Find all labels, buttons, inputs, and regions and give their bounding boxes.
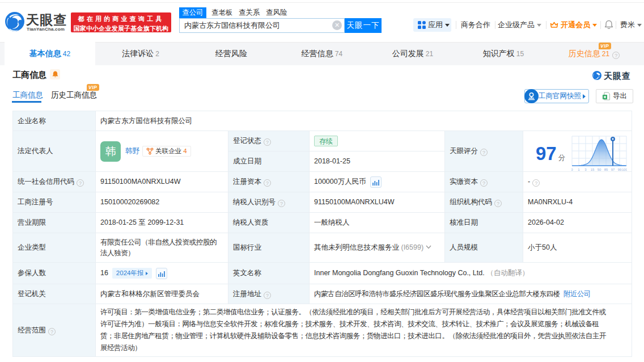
svg-text:0: 0 <box>571 168 573 171</box>
svg-text:1: 1 <box>578 168 580 171</box>
svg-text:85: 85 <box>604 168 608 171</box>
svg-text:50: 50 <box>598 168 601 171</box>
svg-text:15: 15 <box>591 168 595 171</box>
svg-text:3: 3 <box>584 168 587 171</box>
svg-text:100: 100 <box>622 168 627 171</box>
svg-text:97: 97 <box>611 168 615 171</box>
svg-text:99: 99 <box>618 168 622 171</box>
